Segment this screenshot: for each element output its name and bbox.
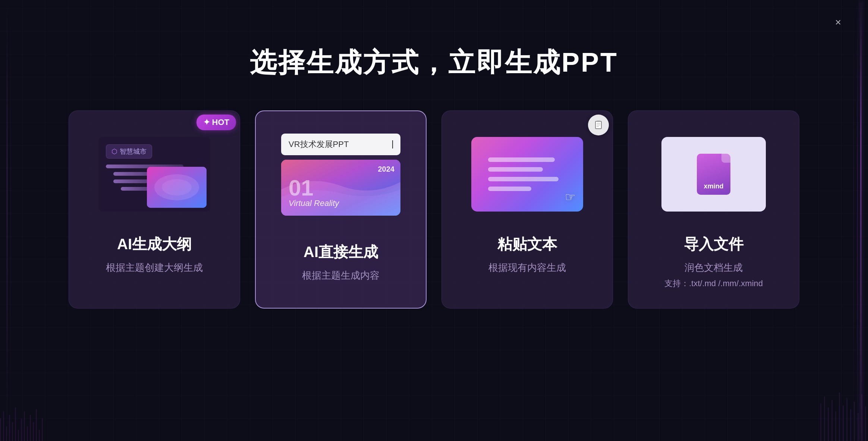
card-ai-outline-subtitle: 根据主题创建大纲生成 <box>106 260 203 275</box>
page-title: 选择生成方式，立即生成PPT <box>250 45 618 81</box>
svg-rect-13 <box>12 422 13 441</box>
svg-rect-18 <box>27 426 28 441</box>
svg-rect-34 <box>858 413 859 441</box>
svg-rect-22 <box>39 430 40 441</box>
main-container: 选择生成方式，立即生成PPT ✦ HOT ⬡ 智慧城市 <box>0 0 868 309</box>
close-button[interactable]: × <box>831 15 846 30</box>
card-paste-text-illustration: ☞ <box>464 129 591 219</box>
svg-rect-15 <box>18 430 19 441</box>
svg-rect-24 <box>820 404 821 441</box>
card-ai-direct[interactable]: VR技术发展PPT <box>255 110 427 309</box>
svg-rect-29 <box>839 392 840 441</box>
card-paste-text-subtitle: 根据现有内容生成 <box>488 260 566 275</box>
svg-rect-21 <box>36 409 37 441</box>
svg-rect-5 <box>597 121 600 122</box>
svg-rect-36 <box>865 407 866 441</box>
ai-direct-input-display: VR技术发展PPT <box>281 134 400 155</box>
slide-year: 2024 <box>378 165 395 173</box>
card-ai-direct-subtitle: 根据主题生成内容 <box>302 268 380 283</box>
card-ai-direct-title: AI直接生成 <box>304 242 378 262</box>
svg-rect-12 <box>9 415 10 441</box>
svg-rect-26 <box>828 407 829 441</box>
card-import-file[interactable]: xmind 导入文件 润色文档生成 支持：.txt/.md /.mm/.xmin… <box>628 110 799 309</box>
card-import-file-subtitle: 润色文档生成 支持：.txt/.md /.mm/.xmind <box>664 260 763 290</box>
xmind-file-icon: xmind <box>691 150 736 198</box>
hot-badge-icon: ✦ <box>203 118 210 127</box>
svg-rect-17 <box>24 411 25 441</box>
svg-rect-33 <box>854 402 855 441</box>
svg-rect-35 <box>861 394 862 441</box>
slide-num: 01 <box>289 175 314 201</box>
svg-rect-14 <box>15 407 16 441</box>
svg-rect-27 <box>831 400 833 441</box>
svg-rect-20 <box>33 422 34 441</box>
card-paste-text-title: 粘贴文本 <box>497 234 557 254</box>
svg-rect-9 <box>0 419 1 441</box>
svg-rect-25 <box>824 396 825 441</box>
cards-container: ✦ HOT ⬡ 智慧城市 <box>69 110 799 309</box>
paste-text-lines <box>488 157 566 191</box>
card-import-file-title: 导入文件 <box>684 234 743 254</box>
hot-badge-text: HOT <box>212 118 229 127</box>
svg-rect-32 <box>850 409 851 441</box>
svg-point-2 <box>162 179 192 196</box>
ai-outline-slide <box>147 167 207 208</box>
svg-rect-19 <box>30 415 31 441</box>
svg-rect-23 <box>42 419 43 441</box>
card-ai-outline-title: AI生成大纲 <box>117 234 192 254</box>
ai-outline-tag: ⬡ 智慧城市 <box>106 144 152 159</box>
card-ai-outline[interactable]: ✦ HOT ⬡ 智慧城市 <box>69 110 240 309</box>
card-import-file-illustration: xmind <box>650 129 777 219</box>
ai-direct-slide: 2024 01 Virtual Reality <box>281 160 400 216</box>
hot-badge: ✦ HOT <box>196 115 236 130</box>
card-ai-outline-illustration: ⬡ 智慧城市 <box>91 129 218 219</box>
svg-rect-10 <box>3 411 4 441</box>
card-paste-text[interactable]: ☞ 粘贴文本 根据现有内容生成 <box>441 110 613 309</box>
slide-text: Virtual Reality <box>289 198 339 208</box>
svg-rect-31 <box>846 398 847 441</box>
svg-rect-11 <box>6 426 7 441</box>
svg-rect-16 <box>21 419 22 441</box>
cursor-icon: ☞ <box>565 190 576 204</box>
clipboard-badge <box>588 115 609 135</box>
card-ai-direct-illustration: VR技术发展PPT <box>277 130 404 227</box>
svg-rect-28 <box>835 411 836 441</box>
svg-rect-30 <box>843 406 844 441</box>
